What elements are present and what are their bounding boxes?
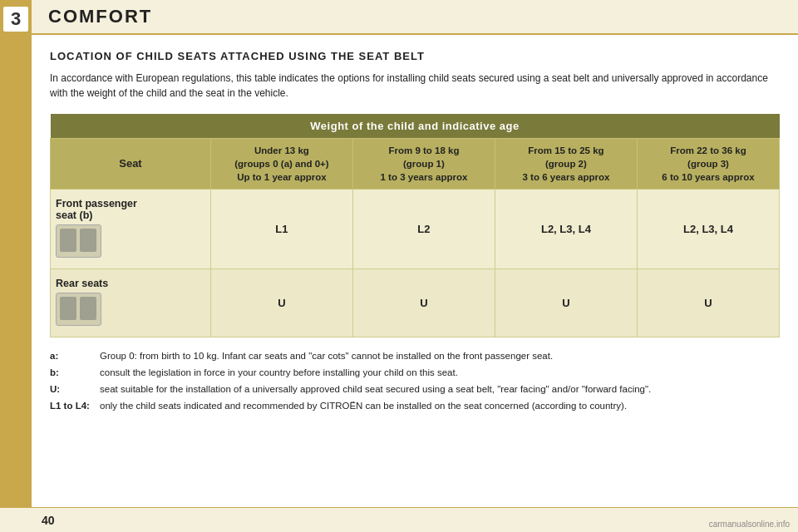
rear-col2: U	[352, 269, 495, 337]
notes-section: a: Group 0: from birth to 10 kg. Infant …	[50, 349, 780, 413]
sidebar: 3	[0, 0, 32, 532]
intro-text: In accordance with European regulations,…	[50, 71, 780, 101]
table-main-header: Weight of the child and indicative age	[51, 114, 780, 139]
col-header-9to18: From 9 to 18 kg(group 1)1 to 3 years app…	[352, 139, 495, 190]
note-key-l1l4: L1 to L4:	[50, 399, 100, 414]
col-header-seat: Seat	[51, 139, 211, 190]
note-l1l4: L1 to L4: only the child seats indicated…	[50, 399, 780, 414]
note-key-u: U:	[50, 382, 100, 397]
col-header-22to36: From 22 to 36 kg(group 3)6 to 10 years a…	[637, 139, 779, 190]
rear-col1: U	[210, 269, 352, 337]
main-content: LOCATION OF CHILD SEATS ATTACHED USING T…	[32, 35, 798, 507]
seat-image-front	[56, 224, 101, 258]
seat-label-rear: Rear seats	[51, 269, 211, 337]
seat-label-front: Front passengerseat (b)	[51, 190, 211, 269]
note-b: b: consult the legislation in force in y…	[50, 366, 780, 381]
table-row: Rear seats U U U U	[51, 269, 780, 337]
page-number: 40	[42, 514, 55, 527]
note-text-u: seat suitable for the installation of a …	[100, 382, 780, 397]
col-header-15to25: From 15 to 25 kg(group 2)3 to 6 years ap…	[495, 139, 637, 190]
table-header-row: Weight of the child and indicative age	[51, 114, 780, 139]
front-col3: L2, L3, L4	[495, 190, 637, 269]
table-subheader-row: Seat Under 13 kg(groups 0 (a) and 0+)Up …	[51, 139, 780, 190]
header-title: COMFORT	[48, 6, 152, 27]
note-key-a: a:	[50, 349, 100, 364]
note-text-a: Group 0: from birth to 10 kg. Infant car…	[100, 349, 780, 364]
note-a: a: Group 0: from birth to 10 kg. Infant …	[50, 349, 780, 364]
front-col2: L2	[352, 190, 495, 269]
front-col1: L1	[210, 190, 352, 269]
page-header: COMFORT	[32, 0, 798, 35]
table-row: Front passengerseat (b) L1 L2 L2, L3, L4…	[51, 190, 780, 269]
seat-image-rear	[56, 293, 101, 326]
col-header-under13: Under 13 kg(groups 0 (a) and 0+)Up to 1 …	[210, 139, 352, 190]
note-u: U: seat suitable for the installation of…	[50, 382, 780, 397]
rear-col3: U	[495, 269, 637, 337]
note-text-b: consult the legislation in force in your…	[100, 366, 780, 381]
note-text-l1l4: only the child seats indicated and recom…	[100, 399, 780, 414]
section-title: LOCATION OF CHILD SEATS ATTACHED USING T…	[50, 50, 780, 62]
rear-col4: U	[637, 269, 779, 337]
child-seats-table: Weight of the child and indicative age S…	[50, 114, 780, 337]
front-col4: L2, L3, L4	[637, 190, 779, 269]
note-key-b: b:	[50, 366, 100, 381]
chapter-number: 3	[3, 7, 28, 32]
bottom-bar: 40	[0, 507, 798, 532]
watermark: carmanualsonline.info	[709, 520, 790, 529]
